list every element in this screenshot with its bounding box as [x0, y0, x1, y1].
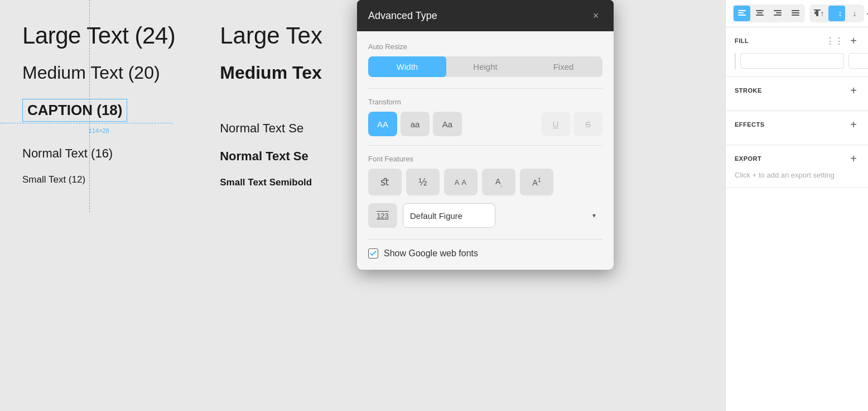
subscript-btn[interactable]: A,	[482, 169, 515, 195]
fill-dots-btn[interactable]: ⋮⋮	[826, 36, 843, 46]
stroke-title: STROKE	[735, 87, 762, 94]
normal-text-2b: Normal Text Se	[220, 149, 322, 164]
strikethrough-icon: S	[585, 120, 591, 129]
ligatures-icon: ﬆ	[380, 176, 389, 188]
fill-section: FILL ⋮⋮ + #000000 100% −	[726, 27, 868, 77]
svg-rect-0	[738, 10, 746, 11]
align-right-icon	[774, 10, 782, 17]
lowercase-btn[interactable]: aa	[401, 112, 430, 136]
vertical-align-group: ↑ ↕ ↓	[809, 4, 864, 22]
auto-resize-label: Auto Resize	[368, 42, 602, 51]
normal-text-label: Normal Text (16)	[22, 146, 175, 161]
ligatures-btn[interactable]: ﬆ	[368, 169, 402, 195]
align-justify-btn[interactable]	[787, 6, 804, 21]
small-text-label: Small Text (12)	[22, 174, 175, 185]
modal-header: Advanced Type ×	[357, 0, 614, 31]
align-justify-icon	[792, 10, 799, 17]
align-center-btn[interactable]	[751, 6, 768, 21]
fill-title: FILL	[735, 37, 749, 44]
transform-separator	[466, 112, 537, 136]
uppercase-label: AA	[377, 120, 388, 129]
modal-overlay: Advanced Type × Auto Resize Width Height…	[357, 0, 614, 270]
subscript-icon: A,	[495, 177, 502, 188]
font-features-section: Font Features ﬆ ½ A A A,	[368, 155, 602, 228]
svg-rect-12	[814, 9, 821, 11]
fractions-icon: ½	[418, 176, 427, 188]
divider-2	[368, 145, 602, 146]
fractions-btn[interactable]: ½	[406, 169, 440, 195]
small-caps-icon: A A	[455, 178, 467, 187]
svg-rect-7	[776, 12, 782, 13]
checkmark-icon	[370, 251, 377, 256]
medium-text-label: Medium Text (20)	[22, 63, 175, 83]
uppercase-btn[interactable]: AA	[368, 112, 397, 136]
svg-rect-8	[774, 15, 782, 16]
align-left-icon	[738, 10, 746, 17]
lowercase-label: aa	[411, 120, 420, 129]
stroke-add-btn[interactable]: +	[848, 85, 859, 96]
svg-rect-3	[756, 10, 764, 11]
medium-text-2: Medium Tex	[220, 63, 322, 83]
effects-section-header: EFFECTS +	[735, 119, 859, 130]
height-toggle-btn[interactable]: Height	[446, 56, 524, 77]
fill-color-swatch[interactable]	[735, 53, 736, 69]
fill-color-hex-input[interactable]: #000000	[740, 53, 844, 69]
figure-icon: 123	[377, 212, 389, 220]
normal-text-2: Normal Text Se	[220, 121, 322, 136]
underline-btn[interactable]: U	[541, 112, 570, 136]
panel-toolbar: ↑ ↕ ↓ ···	[726, 0, 868, 27]
fixed-toggle-btn[interactable]: Fixed	[524, 56, 602, 77]
valign-bottom-btn[interactable]: ↓	[846, 6, 863, 21]
effects-add-btn[interactable]: +	[848, 119, 859, 130]
strikethrough-btn[interactable]: S	[573, 112, 602, 136]
figure-icon-box: 123	[368, 203, 397, 228]
align-right-btn[interactable]	[769, 6, 786, 21]
google-fonts-row: Show Google web fonts	[368, 239, 602, 259]
divider-1	[368, 88, 602, 89]
small-text-2: Small Text Semibold	[220, 177, 322, 188]
modal-title: Advanced Type	[368, 10, 437, 22]
stroke-section-header: STROKE +	[735, 85, 859, 96]
svg-rect-2	[738, 15, 746, 16]
canvas-column-2: Large Tex Medium Tex Normal Text Se Norm…	[220, 22, 322, 188]
transform-label: Transform	[368, 98, 602, 106]
google-fonts-checkbox[interactable]	[368, 248, 378, 259]
svg-marker-14	[814, 11, 817, 15]
canvas-column-1: Large Text (24) Medium Text (20) CAPTION…	[22, 22, 175, 185]
export-add-btn[interactable]: +	[848, 153, 859, 164]
align-center-icon	[756, 10, 764, 17]
width-toggle-btn[interactable]: Width	[368, 56, 446, 77]
titlecase-label: Aa	[442, 120, 452, 129]
right-panel: ↑ ↕ ↓ ··· FILL ⋮⋮ + #000000 100%	[725, 0, 868, 411]
figure-row: 123 Default Figure Proportional Oldstyle…	[368, 203, 602, 228]
fill-add-btn[interactable]: +	[848, 35, 859, 46]
underline-icon: U	[553, 120, 559, 129]
small-caps-btn[interactable]: A A	[444, 169, 478, 195]
auto-resize-toggle-group: Width Height Fixed	[368, 56, 602, 77]
export-section-header: EXPORT +	[735, 153, 859, 164]
canvas-area: Large Text (24) Medium Text (20) CAPTION…	[0, 0, 725, 411]
export-hint: Click + to add an export setting	[735, 171, 859, 179]
modal-close-button[interactable]: ×	[589, 9, 602, 22]
effects-title: EFFECTS	[735, 121, 765, 128]
select-arrow-icon: ▾	[592, 212, 596, 219]
svg-rect-10	[792, 12, 799, 13]
figure-select[interactable]: Default Figure Proportional Oldstyle Tab…	[403, 203, 495, 228]
transform-case-group: AA aa Aa	[368, 112, 462, 136]
valign-middle-btn[interactable]: ↕	[828, 6, 845, 21]
superscript-btn[interactable]: A1	[520, 169, 553, 195]
transform-buttons: AA aa Aa U	[368, 112, 602, 136]
effects-section: EFFECTS +	[726, 111, 868, 145]
large-text-2: Large Tex	[220, 22, 322, 49]
export-section: EXPORT + Click + to add an export settin…	[726, 145, 868, 188]
export-title: EXPORT	[735, 155, 761, 162]
titlecase-btn[interactable]: Aa	[433, 112, 462, 136]
transform-section: Transform AA aa Aa	[368, 98, 602, 136]
fill-section-header: FILL ⋮⋮ +	[735, 35, 859, 46]
align-left-btn[interactable]	[734, 6, 750, 21]
superscript-icon: A1	[533, 177, 541, 187]
caption-wrapper[interactable]: CAPTION (18) 114×28	[22, 99, 175, 122]
fill-opacity-input[interactable]: 100%	[848, 53, 868, 69]
fill-row: #000000 100% −	[735, 53, 859, 69]
valign-top-btn[interactable]: ↑	[811, 6, 827, 21]
